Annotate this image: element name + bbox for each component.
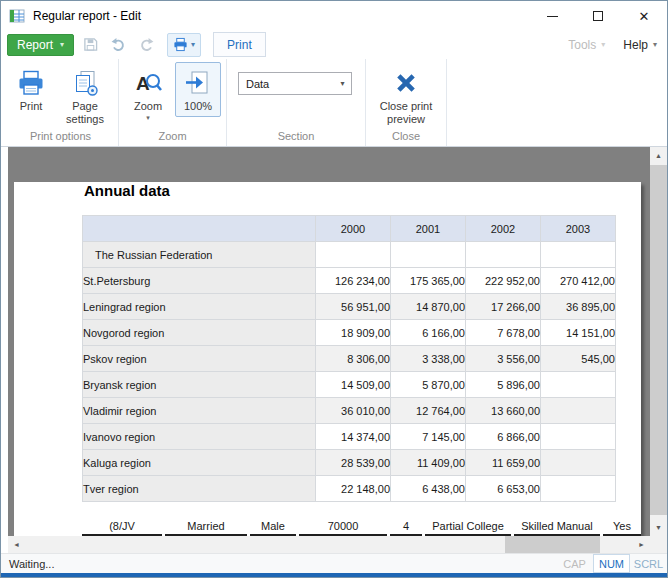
group-label-section: Section	[232, 129, 360, 146]
save-icon	[83, 37, 98, 52]
chevron-down-icon: ▾	[334, 79, 351, 88]
partial-cell: Partial College	[425, 520, 511, 536]
status-message: Waiting...	[9, 558, 54, 570]
close-preview-label: Close print preview	[375, 100, 437, 125]
printer-icon	[173, 37, 188, 52]
printer-icon	[17, 67, 45, 99]
report-menu-button[interactable]: Report ▾	[7, 34, 74, 56]
vertical-scroll-track[interactable]	[650, 164, 667, 519]
actual-size-icon	[184, 67, 212, 99]
print-button-label: Print	[20, 100, 43, 113]
chevron-down-icon: ▾	[146, 114, 150, 121]
row-label: Pskov region	[83, 346, 316, 372]
save-button[interactable]	[79, 34, 102, 56]
table-cell: 3 556,00	[466, 346, 541, 372]
table-cell: 7 145,00	[391, 424, 466, 450]
table-cell	[391, 242, 466, 268]
undo-button[interactable]	[107, 34, 130, 56]
help-menu-label: Help	[623, 38, 648, 52]
table-cell: 14 509,00	[316, 372, 391, 398]
ribbon-group-zoom: A Zoom ▾	[119, 59, 227, 146]
ribbon-group-section: Data ▾ Section	[227, 59, 366, 146]
vertical-scroll-thumb[interactable]	[650, 165, 667, 515]
minimize-button[interactable]	[529, 1, 575, 31]
table-cell	[541, 242, 616, 268]
tools-menu-label: Tools	[568, 38, 596, 52]
menu-bar: Report ▾	[1, 31, 667, 58]
partial-row: (8/JVMarriedMale700004Partial CollegeSki…	[82, 520, 641, 536]
group-label-print-options: Print options	[8, 129, 113, 146]
zoom-button[interactable]: A Zoom ▾	[124, 62, 172, 125]
column-header: 2000	[316, 216, 391, 242]
table-cell: 36 010,00	[316, 398, 391, 424]
table-row: Pskov region8 306,003 338,003 556,00545,…	[83, 346, 616, 372]
ribbon-group-print-options: Print Page settings	[3, 59, 119, 146]
table-cell: 5 870,00	[391, 372, 466, 398]
chevron-down-icon: ▾	[653, 40, 657, 49]
scroll-left-arrow[interactable]: ◄	[8, 536, 25, 553]
group-label-zoom: Zoom	[124, 129, 221, 146]
row-label: Tver region	[83, 476, 316, 502]
close-print-preview-button[interactable]: Close print preview	[371, 62, 441, 129]
status-indicators: CAPNUMSCRL	[556, 554, 667, 573]
print-view-tab[interactable]: Print	[213, 32, 266, 57]
scroll-up-arrow[interactable]: ▲	[650, 147, 667, 164]
row-label: Ivanovo region	[83, 424, 316, 450]
horizontal-scrollbar[interactable]: ◄ ►	[8, 536, 650, 553]
print-button[interactable]: Print	[8, 62, 54, 117]
partial-cell: Married	[165, 520, 247, 536]
vertical-scrollbar[interactable]: ▲ ▼	[650, 147, 667, 553]
scroll-right-arrow[interactable]: ►	[633, 536, 650, 553]
status-indicator-scrl: SCRL	[630, 554, 667, 573]
table-cell: 56 951,00	[316, 294, 391, 320]
column-header: 2003	[541, 216, 616, 242]
table-cell	[541, 424, 616, 450]
section-dropdown[interactable]: Data ▾	[238, 72, 352, 95]
table-row: St.Petersburg126 234,00175 365,00222 952…	[83, 268, 616, 294]
preview-viewport: Annual data 2000200120022003 The Russian…	[8, 147, 650, 536]
table-cell: 14 151,00	[541, 320, 616, 346]
table-cell: 14 870,00	[391, 294, 466, 320]
maximize-button[interactable]	[575, 1, 621, 31]
table-cell	[316, 242, 391, 268]
report-page: Annual data 2000200120022003 The Russian…	[14, 182, 641, 536]
table-cell: 8 306,00	[316, 346, 391, 372]
table-row: Bryansk region14 509,005 870,005 896,00	[83, 372, 616, 398]
column-header: 2001	[391, 216, 466, 242]
status-indicator-num: NUM	[593, 554, 630, 573]
redo-icon	[139, 37, 154, 52]
help-menu[interactable]: Help ▾	[623, 38, 657, 52]
redo-button[interactable]	[135, 34, 158, 56]
scroll-down-arrow[interactable]: ▼	[650, 519, 667, 536]
table-cell: 6 438,00	[391, 476, 466, 502]
table-corner-cell	[83, 216, 316, 242]
report-menu-label: Report	[17, 38, 53, 52]
preview-left-padding	[1, 147, 8, 553]
partial-cell: (8/JV	[82, 520, 162, 536]
close-button[interactable]: ✕	[621, 1, 667, 31]
horizontal-scroll-track[interactable]	[25, 536, 633, 553]
row-label: The Russian Federation	[83, 242, 316, 268]
zoom-100-button[interactable]: 100%	[175, 62, 221, 117]
row-label: Vladimir region	[83, 398, 316, 424]
maximize-icon	[593, 11, 603, 21]
status-bar: Waiting... CAPNUMSCRL	[1, 553, 667, 573]
app-window: Regular report - Edit ✕ Report ▾	[0, 0, 668, 578]
section-dropdown-value: Data	[246, 78, 269, 90]
table-row: Leningrad region56 951,0014 870,0017 266…	[83, 294, 616, 320]
table-cell: 28 539,00	[316, 450, 391, 476]
table-cell: 126 234,00	[316, 268, 391, 294]
print-preview-area: Annual data 2000200120022003 The Russian…	[1, 147, 667, 553]
page-settings-button[interactable]: Page settings	[57, 62, 113, 129]
report-table-body: The Russian FederationSt.Petersburg126 2…	[83, 242, 616, 502]
table-cell: 6 653,00	[466, 476, 541, 502]
title-bar[interactable]: Regular report - Edit ✕	[1, 1, 667, 31]
horizontal-scroll-thumb[interactable]	[505, 536, 600, 553]
quick-print-button[interactable]: ▾	[167, 33, 201, 57]
row-label: Bryansk region	[83, 372, 316, 398]
tools-menu[interactable]: Tools ▾	[568, 38, 605, 52]
scrollbar-corner	[650, 536, 667, 553]
table-cell: 17 266,00	[466, 294, 541, 320]
table-row: Kaluga region28 539,0011 409,0011 659,00	[83, 450, 616, 476]
partial-cell: Yes	[603, 520, 641, 536]
